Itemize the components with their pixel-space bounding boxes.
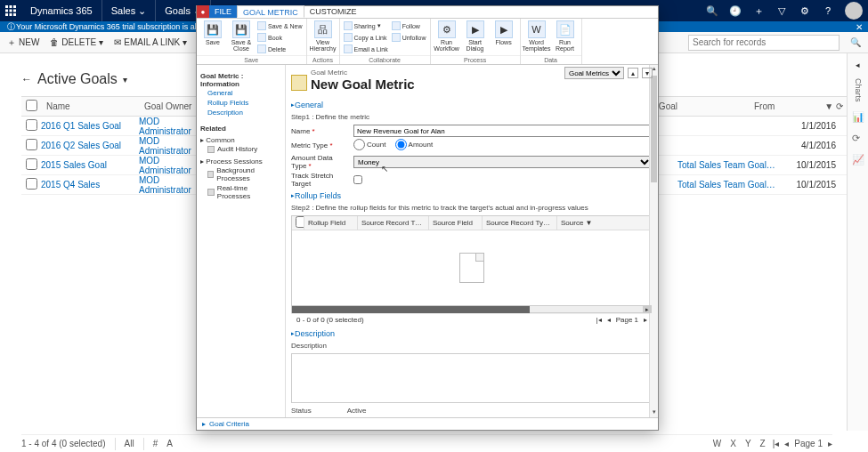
rb-follow[interactable]: Follow [392,20,426,31]
row-owner[interactable]: MOD Administrator [139,175,201,195]
sg-col-rollup[interactable]: Rollup Field [304,216,358,230]
select-all-checkbox[interactable] [26,100,37,111]
rb-save-new[interactable]: Save & New [257,20,303,31]
row-checkbox[interactable] [26,178,37,190]
add-icon[interactable]: ＋ [747,0,770,21]
rb-save[interactable]: 💾Save [200,20,225,54]
track-stretch-checkbox[interactable] [353,175,362,184]
app-launcher[interactable] [0,0,21,21]
tab-goal-metric[interactable]: GOAL METRIC [237,5,304,18]
form-picker-up-icon[interactable]: ▴ [628,68,638,78]
alpha-x[interactable]: X [730,439,736,448]
area-name[interactable]: Sales ⌄ [102,0,157,21]
row-parent[interactable]: Total Sales Team Goal… [677,160,784,170]
settings-icon[interactable]: ⚙ [793,0,816,21]
rb-book[interactable]: Book [257,32,303,43]
rb-unfollow[interactable]: Unfollow [392,32,426,43]
form-picker[interactable]: Goal Metrics [564,67,624,79]
row-owner[interactable]: MOD Administrator [139,136,201,156]
nav-common[interactable]: ▸ Common [200,136,281,144]
row-owner[interactable]: MOD Administrator [139,156,201,175]
sg-col-srctype[interactable]: Source Record Type [358,216,429,230]
chevron-down-icon[interactable]: ▾ [123,75,127,85]
section-rollup[interactable]: Rollup Fields [291,191,653,200]
sg-col-srcfield[interactable]: Source Field [429,216,483,230]
rb-word-templates[interactable]: WWord Templates [524,20,549,52]
col-name[interactable]: Name [41,101,139,111]
alpha-hash[interactable]: # [153,439,158,448]
rb-view-hierarchy[interactable]: 品View Hierarchy [311,20,336,52]
rb-delete[interactable]: Delete [257,44,303,54]
product-name[interactable]: Dynamics 365 [21,0,102,21]
rb-start-dialog[interactable]: ▶Start Dialog [463,20,488,52]
footer-goal-criteria[interactable]: Goal Criteria [209,420,249,428]
section-description[interactable]: Description [291,329,653,338]
help-icon[interactable]: ? [816,0,840,21]
tab-file[interactable]: FILE [209,5,237,18]
back-icon[interactable]: ← [21,73,32,85]
rb-flows[interactable]: ▶Flows [491,20,516,52]
nav-rt-processes[interactable]: Real-time Processes [200,183,281,201]
amount-dt-select[interactable]: Money [353,156,653,168]
alpha-a-start[interactable]: A [166,439,173,448]
rb-run-workflow[interactable]: ⚙Run Workflow [434,20,459,52]
search-records-input[interactable] [688,35,840,51]
alpha-z[interactable]: Z [760,439,766,448]
nav-audit[interactable]: Audit History [200,144,281,154]
sg-filter-icon[interactable]: ▼ [586,219,593,227]
hscroll-right-icon[interactable]: ▸ [643,306,652,313]
filter-icon[interactable]: ▼ [824,101,833,111]
sg-col-srctypes[interactable]: Source Record Type S… [483,216,557,230]
rb-email-link[interactable]: Email a Link [344,44,388,54]
row-parent[interactable]: Total Sales Team Goal… [677,180,784,190]
search-icon[interactable]: 🔍 [701,0,724,21]
rail-collapse-icon[interactable]: ◂ [856,61,860,69]
row-name[interactable]: 2015 Sales Goal [41,160,139,170]
sg-col-source[interactable]: Source ▼ [557,216,652,230]
cmd-delete[interactable]: 🗑 DELETE ▾ [50,37,103,47]
page-next-icon[interactable]: ▸ [828,439,832,448]
rail-bar-icon[interactable]: 📈 [852,154,864,166]
sg-page-first-icon[interactable]: |◂ [596,316,602,324]
page-prev-icon[interactable]: ◂ [784,439,789,448]
col-owner[interactable]: Goal Owner [139,101,201,111]
row-name[interactable]: 2015 Q4 Sales [41,180,139,190]
rail-chart-icon[interactable]: 📊 [852,111,864,124]
row-checkbox[interactable] [26,119,37,131]
nav-bg-processes[interactable]: Background Processes [200,165,281,183]
filter-icon[interactable]: ▽ [770,0,793,21]
rb-sharing[interactable]: Sharing ▾ [344,20,388,31]
alpha-y[interactable]: Y [745,439,751,448]
refresh-icon[interactable]: ⟳ [836,101,843,111]
section-general[interactable]: General [291,101,653,109]
scroll-thumb[interactable] [651,76,657,182]
row-name[interactable]: 2016 Q2 Sales Goal [41,141,139,150]
subgrid-hscroll[interactable]: ◂ ▸ [292,305,652,312]
metric-type-count[interactable]: Count [353,139,385,150]
description-textarea[interactable] [291,353,653,403]
page-first-icon[interactable]: |◂ [773,439,780,448]
name-input[interactable] [353,125,653,137]
row-checkbox[interactable] [26,139,37,150]
rb-save-close[interactable]: 💾Save & Close [229,20,254,54]
nav-process-sessions[interactable]: ▸ Process Sessions [200,157,281,165]
search-go-icon[interactable]: 🔍 [850,37,861,47]
col-from[interactable]: From [749,101,811,111]
tab-customize[interactable]: CUSTOMIZE [304,5,362,18]
cmd-email-link[interactable]: ✉ EMAIL A LINK ▾ [114,37,187,47]
user-avatar[interactable] [845,2,863,20]
nav-general[interactable]: General [200,88,281,98]
row-name[interactable]: 2016 Q1 Sales Goal [41,121,139,131]
filter-all[interactable]: All [125,439,134,448]
recent-icon[interactable]: 🕘 [724,0,747,21]
metric-type-amount[interactable]: Amount [395,139,434,150]
sg-page-next-icon[interactable]: ▸ [644,316,647,324]
rail-refresh-icon[interactable]: ⟳ [852,133,864,145]
alpha-w[interactable]: W [713,439,721,448]
rb-run-report[interactable]: 📄Run Report [553,20,578,52]
scroll-down-icon[interactable]: ▾ [650,408,658,417]
nav-description[interactable]: Description [200,108,281,117]
subgrid-select-all[interactable] [296,216,304,228]
notification-close[interactable]: ✕ [856,22,863,32]
nav-rollup[interactable]: Rollup Fields [200,98,281,108]
